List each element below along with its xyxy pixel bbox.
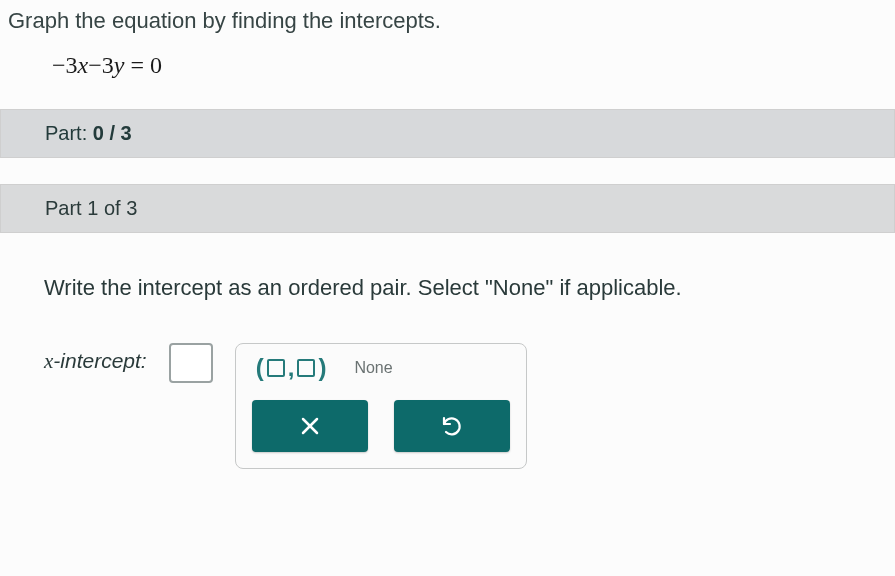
progress-prefix: Part:	[45, 122, 93, 144]
placeholder-icon	[297, 359, 315, 377]
clear-button[interactable]	[252, 400, 368, 452]
equation-display: −3x−3y = 0	[0, 52, 895, 109]
progress-bar: Part: 0 / 3	[0, 109, 895, 158]
progress-total: 3	[121, 122, 132, 144]
none-button[interactable]: None	[354, 359, 392, 377]
part-header: Part 1 of 3	[0, 184, 895, 233]
answer-row: x-intercept: (,) None	[44, 343, 851, 469]
part-body: Write the intercept as an ordered pair. …	[0, 233, 895, 469]
reset-button[interactable]	[394, 400, 510, 452]
ordered-pair-button[interactable]: (,)	[256, 354, 327, 382]
question-title: Graph the equation by finding the interc…	[0, 8, 895, 52]
part-instruction: Write the intercept as an ordered pair. …	[44, 275, 851, 301]
answer-input[interactable]	[169, 343, 213, 383]
progress-sep: /	[104, 122, 121, 144]
tool-row-actions	[250, 400, 512, 452]
placeholder-icon	[267, 359, 285, 377]
progress-current: 0	[93, 122, 104, 144]
undo-icon	[440, 414, 464, 438]
tool-palette: (,) None	[235, 343, 527, 469]
tool-row-templates: (,) None	[250, 354, 512, 382]
x-intercept-label: x-intercept:	[44, 343, 147, 374]
close-icon	[299, 415, 321, 437]
